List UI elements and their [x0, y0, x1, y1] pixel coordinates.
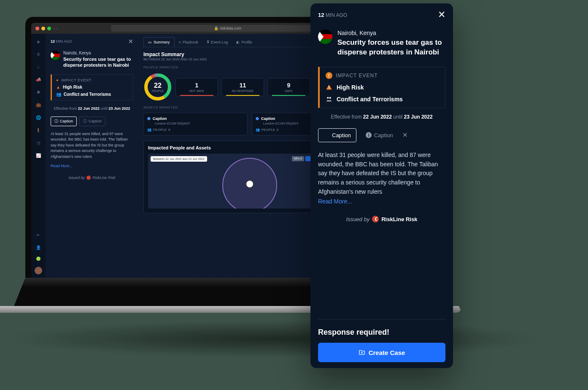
people-donut-chart: 22 PEOPLE	[143, 73, 172, 101]
kenya-flag-icon	[51, 51, 60, 60]
phone-issued-by: Issued by RiskLine Risk	[318, 216, 445, 222]
impact-event-card: ●IMPACT EVENT ▲High Risk 👥Conflict and T…	[51, 74, 133, 100]
sidebar-status-icon[interactable]	[36, 257, 40, 261]
tab-summary[interactable]: ▭ Summery	[143, 37, 175, 47]
sidebar-collapse-icon[interactable]: ⇤	[35, 231, 42, 238]
svg-point-8	[329, 97, 331, 99]
caption-tab-inactive[interactable]: ⓘCaption	[79, 116, 105, 126]
map-badge-nps: NPs 0	[292, 156, 304, 161]
sidebar-network-icon[interactable]: ✱	[35, 89, 42, 95]
impact-summary-title: Impact Summary	[143, 51, 207, 57]
svg-rect-5	[329, 86, 329, 88]
phone-close-icon[interactable]: ✕	[438, 9, 445, 20]
people-icon: 👥	[147, 128, 151, 132]
app-sidebar: ◈ ⏸ ⌂ 📣 ✱ 💼 🌐 🚶 ◷ 📈 ⇤ 👤	[31, 34, 46, 279]
building-icon: ⬢	[256, 116, 259, 121]
conflict-icon	[326, 96, 332, 103]
svg-point-7	[327, 97, 329, 99]
phone-caption-tab-active[interactable]: Caption	[318, 128, 356, 142]
laptop-shadow	[0, 320, 548, 358]
response-required-title: Response required!	[318, 319, 445, 343]
sidebar-walk-icon[interactable]: 🚶	[35, 127, 42, 133]
caption-tab-active[interactable]: ⓘCaption	[51, 116, 77, 126]
conflict-icon: 👥	[56, 92, 61, 97]
caption-body: At least 31 people were killed, and 87 w…	[51, 131, 133, 160]
phone-read-more-link[interactable]: Read More...	[318, 198, 445, 205]
close-window-icon[interactable]	[35, 27, 39, 30]
stat-not-safe[interactable]: 1NOT SAFE	[175, 78, 218, 96]
warning-triangle-icon	[326, 84, 332, 91]
asset-card[interactable]: ⬢Caption London EC2M 55QSKF 👥PEOPLE 0	[143, 113, 248, 135]
kenya-flag-icon	[318, 30, 332, 44]
headline-text: Security forces use tear gas to disperse…	[63, 56, 133, 68]
phone-risk-category: Conflict and Terrorisms	[337, 96, 403, 103]
sidebar-announce-icon[interactable]: 📣	[35, 76, 42, 83]
donut-total: 22	[154, 82, 162, 89]
url-bar[interactable]: 🔒 riskdata.com	[111, 25, 344, 32]
minimize-window-icon[interactable]	[41, 27, 45, 30]
folder-add-icon	[359, 349, 365, 356]
sidebar-logo-icon[interactable]: ◈	[35, 38, 42, 45]
event-panel: 12 MIN AGO ✕ Nairobi, Kenya Security for…	[46, 34, 138, 279]
alert-icon: !	[326, 72, 332, 79]
sidebar-briefcase-icon[interactable]: 💼	[35, 101, 42, 108]
info-icon: ⓘ	[54, 119, 58, 124]
riskline-logo-icon	[372, 216, 379, 222]
url-lock-icon: 🔒	[214, 26, 218, 30]
risk-category: Conflict and Terrorisms	[64, 92, 111, 97]
map-date-chip: Between 22 Jun 2022 and 23 Jun 2022	[151, 156, 207, 162]
close-panel-icon[interactable]: ✕	[128, 38, 133, 45]
building-icon: ⬢	[147, 116, 151, 121]
phone-impact-card: !IMPACT EVENT High Risk Conflict and Ter…	[318, 67, 445, 108]
phone-location: Nairobi, Kenya	[337, 30, 445, 36]
sidebar-pause-icon[interactable]: ⏸	[35, 51, 42, 57]
maximize-window-icon[interactable]	[47, 27, 51, 30]
effective-dates: Effective from 22 Jun 2022 until 23 Jun …	[51, 106, 133, 111]
issued-by: Issued byRiskLine Risk	[51, 176, 133, 180]
sidebar-globe-icon[interactable]: 🌐	[35, 114, 42, 121]
url-text: riskdata.com	[220, 26, 241, 30]
phone-caption-tab-inactive[interactable]: Caption	[361, 129, 398, 142]
info-icon	[324, 132, 329, 138]
window-controls	[35, 27, 51, 30]
people-icon: 👥	[256, 128, 260, 132]
phone-tab-close-icon[interactable]: ✕	[402, 131, 408, 139]
nav-arrows[interactable]: ‹ ›	[54, 26, 58, 31]
stat-no-response[interactable]: 11NO RESPONSE	[221, 78, 264, 96]
warning-triangle-icon: ▲	[56, 85, 60, 89]
read-more-link[interactable]: Read More...	[51, 164, 133, 168]
location-text: Nairobi, Kenya	[63, 51, 133, 55]
impact-summary-dates: BETWEEN 22 Jun 2022 AND 23 Jun 2022	[143, 57, 207, 61]
riskline-logo-icon	[86, 176, 91, 180]
phone-timestamp: 12 MIN AGO	[318, 12, 347, 18]
sidebar-avatar[interactable]	[35, 267, 42, 274]
risk-level: High Risk	[63, 85, 82, 89]
phone-effective-dates: Effective from 22 Jun 2022 until 23 Jun …	[318, 114, 445, 120]
tab-event-log[interactable]: ⧗ Event Log	[202, 37, 232, 47]
alert-icon: ●	[56, 78, 59, 82]
sidebar-user-icon[interactable]: 👤	[35, 244, 42, 251]
sidebar-chart-icon[interactable]: 📈	[35, 152, 42, 159]
info-icon: ⓘ	[83, 119, 87, 124]
phone-caption-body: At least 31 people were killed, and 87 w…	[318, 151, 445, 196]
tab-playbook[interactable]: ≡ Playbook	[175, 37, 202, 47]
info-icon	[366, 132, 372, 138]
map-pin-icon[interactable]	[245, 180, 254, 188]
svg-rect-6	[329, 89, 329, 89]
create-case-button[interactable]: Create Case	[318, 343, 445, 362]
phone-risk-level: High Risk	[337, 84, 364, 91]
phone-headline: Security forces use tear gas to disperse…	[337, 38, 445, 57]
sidebar-home-icon[interactable]: ⌂	[35, 63, 42, 70]
phone-mockup: 12 MIN AGO ✕ Nairobi, Kenya Security for…	[310, 3, 453, 368]
timestamp: 12 MIN AGO	[51, 39, 72, 43]
sidebar-clock-icon[interactable]: ◷	[35, 139, 42, 146]
tab-profile[interactable]: ◐ Profile	[232, 37, 256, 47]
stat-safe[interactable]: 9SAFE	[267, 78, 310, 96]
